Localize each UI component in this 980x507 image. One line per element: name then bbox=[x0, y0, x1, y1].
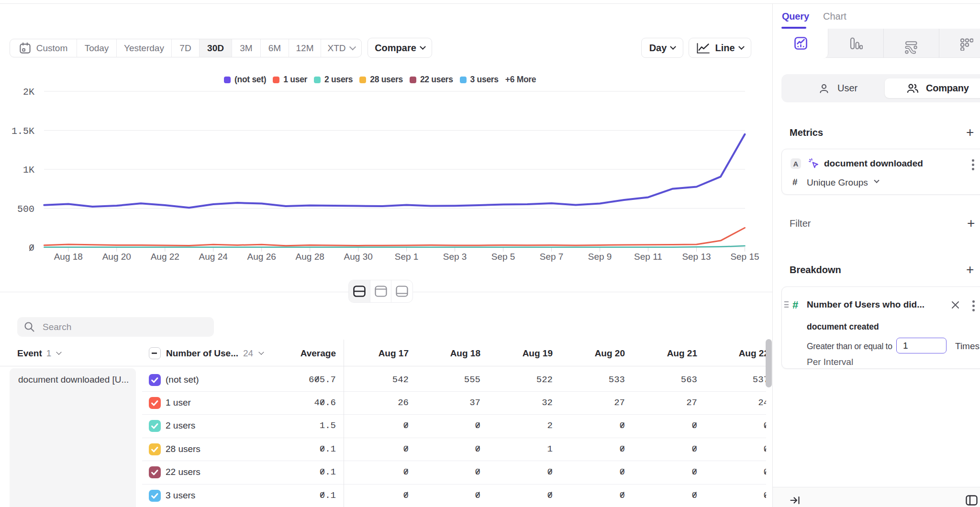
svg-text:Aug 18: Aug 18 bbox=[54, 252, 83, 262]
svg-text:Sep 3: Sep 3 bbox=[443, 252, 467, 262]
svg-text:1K: 1K bbox=[23, 165, 34, 176]
svg-text:Aug 28: Aug 28 bbox=[296, 252, 324, 262]
svg-text:Sep 11: Sep 11 bbox=[634, 252, 662, 262]
svg-text:2K: 2K bbox=[23, 87, 34, 98]
svg-text:1.5K: 1.5K bbox=[11, 126, 34, 137]
svg-text:500: 500 bbox=[17, 204, 34, 215]
svg-text:Sep 13: Sep 13 bbox=[682, 252, 711, 262]
svg-text:Aug 24: Aug 24 bbox=[199, 252, 228, 262]
svg-text:Aug 30: Aug 30 bbox=[344, 252, 373, 262]
svg-text:Aug 20: Aug 20 bbox=[102, 252, 131, 262]
svg-text:Sep 1: Sep 1 bbox=[395, 252, 419, 262]
svg-text:Aug 22: Aug 22 bbox=[151, 252, 179, 262]
svg-text:Aug 26: Aug 26 bbox=[247, 252, 276, 262]
svg-text:Sep 15: Sep 15 bbox=[730, 252, 759, 262]
svg-text:Sep 7: Sep 7 bbox=[540, 252, 564, 262]
svg-text:Sep 9: Sep 9 bbox=[588, 252, 612, 262]
svg-text:Sep 5: Sep 5 bbox=[491, 252, 515, 262]
